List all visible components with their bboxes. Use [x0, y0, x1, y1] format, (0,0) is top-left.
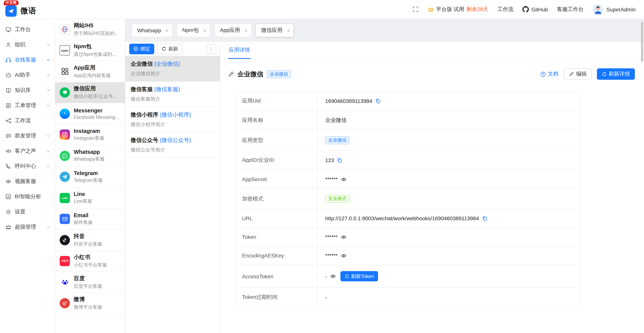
sidebar-item-ai-assistant[interactable]: AI助手: [0, 68, 55, 83]
channel-texts: App应用App应用内嵌客服: [74, 64, 111, 79]
copy-icon[interactable]: [482, 216, 487, 221]
channel-list: 网站/H5用于网站/H5页面的... npm Npm包通过Npm包集成到... …: [55, 19, 126, 333]
channel-texts: TelegramTelegram客服: [74, 170, 103, 184]
row-label: 应用Uid: [236, 91, 318, 110]
sidebar-item-online-service[interactable]: 在线客服: [0, 52, 55, 68]
more-options-icon[interactable]: ⋮: [206, 44, 216, 54]
close-icon[interactable]: ×: [287, 28, 290, 33]
tab-npm[interactable]: Npm包 ×: [176, 23, 210, 37]
plan-text: 平台版 试用: [436, 6, 464, 13]
edit-button[interactable]: 编辑: [564, 68, 592, 80]
detail-actions: 文档 编辑 刷新详情: [540, 68, 635, 80]
sidebar-item-org[interactable]: 组织: [0, 37, 55, 52]
app-item-link[interactable]: (微信公众号): [160, 137, 191, 143]
channel-desc: 小红书平台客服: [74, 262, 107, 269]
top-link-label: 客服工作台: [557, 6, 584, 13]
tab-whatsapp[interactable]: Whatsapp ×: [132, 23, 173, 37]
tab-wechat[interactable]: 微信应用 ×: [256, 23, 294, 37]
channel-item-website[interactable]: 网站/H5用于网站/H5页面的...: [55, 19, 125, 40]
channel-item-instagram[interactable]: InstagramInstagram客服: [55, 124, 125, 145]
close-icon[interactable]: ×: [203, 28, 206, 33]
top-link-github[interactable]: GitHub: [522, 6, 548, 12]
channel-item-xiaohongshu[interactable]: 小红书 小红书小红书平台客服: [55, 251, 125, 272]
channel-name: Npm包: [74, 43, 116, 50]
bind-button[interactable]: 绑定: [129, 43, 154, 54]
app-item-link[interactable]: (微信小程序): [160, 112, 191, 118]
top-bar: 中文网 微语 平台版 试用 剩余28天 工作流: [0, 0, 644, 19]
channel-desc: 通过Npm包集成到...: [74, 51, 116, 58]
app-item-title: 企业微信(企业微信): [131, 60, 215, 68]
avatar: [593, 4, 603, 15]
tab-app[interactable]: App应用 ×: [214, 23, 252, 37]
app-item-link[interactable]: (企业微信): [154, 61, 180, 67]
sidebar-item-knowledge-base[interactable]: 知识库: [0, 83, 55, 98]
sidebar-item-tickets[interactable]: 工单管理: [0, 98, 55, 113]
org-icon: [5, 42, 12, 48]
channel-item-douyin[interactable]: 抖音抖音平台客服: [55, 230, 125, 251]
close-icon[interactable]: ×: [244, 28, 247, 33]
channel-texts: Npm包通过Npm包集成到...: [74, 43, 116, 58]
left-sidebar: 工作台 组织 在线客服 AI助手 知识库: [0, 19, 55, 333]
copy-icon[interactable]: [337, 158, 342, 163]
sidebar-item-settings[interactable]: 设置: [0, 204, 55, 220]
channel-item-weibo[interactable]: 微博微博平台客服: [55, 293, 125, 314]
app-item-miniprogram[interactable]: 微信小程序(微信小程序) 微信小程序简介: [126, 107, 220, 132]
app-item-link[interactable]: (微信客服): [154, 86, 180, 92]
user-menu[interactable]: SuperAdmin: [593, 4, 636, 15]
app-item-work-wechat[interactable]: 企业微信(企业微信) 企业微信简介: [126, 56, 220, 82]
row-label: AppSecret: [236, 170, 318, 188]
refresh-detail-button[interactable]: 刷新详情: [597, 68, 635, 80]
channel-item-telegram[interactable]: TelegramTelegram客服: [55, 166, 125, 188]
top-link-agent-workbench[interactable]: 客服工作台: [557, 6, 584, 13]
refresh-token-button[interactable]: 刷新Token: [340, 271, 378, 281]
channel-item-email[interactable]: Email邮件客服: [55, 209, 125, 230]
sidebar-item-video-service[interactable]: 视频客服: [0, 174, 55, 189]
eye-icon[interactable]: [330, 273, 336, 279]
channel-name: 百度: [74, 275, 102, 282]
page-scrollbar[interactable]: [641, 22, 643, 62]
chevron-down-icon: [46, 73, 50, 77]
top-link-workflow[interactable]: 工作流: [498, 6, 514, 13]
refresh-button[interactable]: 刷新: [157, 43, 182, 54]
eye-icon[interactable]: [340, 253, 346, 258]
dashboard-icon: [5, 26, 12, 33]
fullscreen-icon[interactable]: [412, 6, 419, 12]
row-value: 企业微信: [318, 111, 580, 130]
channel-item-wechat[interactable]: 微信应用微信小程序/公众号...: [55, 82, 125, 103]
chevron-down-icon: [46, 164, 50, 168]
app-item-desc: 微信公众号简介: [131, 147, 215, 153]
value-text: 123: [325, 157, 334, 163]
app-item-wechat-kefu[interactable]: 微信客服(微信客服) 微信客服简介: [126, 82, 220, 107]
value-text: -: [325, 273, 327, 279]
eye-icon[interactable]: [340, 176, 346, 182]
row-value: ******: [318, 228, 580, 246]
channel-item-baidu[interactable]: 百度百度平台客服: [55, 272, 125, 293]
channel-item-whatsapp[interactable]: WhatsappWhatsapp客服: [55, 145, 125, 166]
plan-badge[interactable]: 平台版 试用 剩余28天: [428, 6, 488, 13]
ai-robot-icon: [5, 72, 12, 78]
sidebar-item-call-center[interactable]: 呼叫中心: [0, 159, 55, 174]
eye-icon[interactable]: [340, 234, 346, 240]
channel-item-app[interactable]: App应用App应用内嵌客服: [55, 61, 125, 82]
channel-item-npm[interactable]: npm Npm包通过Npm包集成到...: [55, 40, 125, 61]
sidebar-item-workflow[interactable]: 工作流: [0, 113, 55, 128]
sidebar-item-broadcast[interactable]: 群发管理: [0, 128, 55, 144]
doc-link[interactable]: 文档: [540, 71, 558, 77]
row-label: 应用名称: [236, 111, 318, 130]
app-item-official-account[interactable]: 微信公众号(微信公众号) 微信公众号简介: [126, 132, 220, 158]
app-logo-icon: [5, 5, 17, 16]
close-icon[interactable]: ×: [166, 28, 168, 33]
sidebar-item-bi-analytics[interactable]: BI智能分析: [0, 189, 55, 204]
copy-icon[interactable]: [375, 98, 380, 104]
channel-item-line[interactable]: LINE LineLine客服: [55, 188, 125, 209]
tab-app-detail[interactable]: 应用详情: [228, 42, 251, 59]
sidebar-item-super-admin[interactable]: 超级管理: [0, 220, 55, 235]
channel-item-messenger[interactable]: MessengerFacebook Messeng...: [55, 103, 125, 124]
brand[interactable]: 微语: [5, 5, 36, 16]
sidebar-item-workbench[interactable]: 工作台: [0, 22, 55, 37]
row-app-uid: 应用Uid 1690460389113984: [236, 91, 580, 111]
channel-texts: 百度百度平台客服: [74, 275, 102, 290]
megaphone-icon: [5, 148, 12, 154]
sidebar-item-voice-of-customer[interactable]: 客户之声: [0, 144, 55, 159]
channel-desc: Telegram客服: [74, 177, 103, 184]
